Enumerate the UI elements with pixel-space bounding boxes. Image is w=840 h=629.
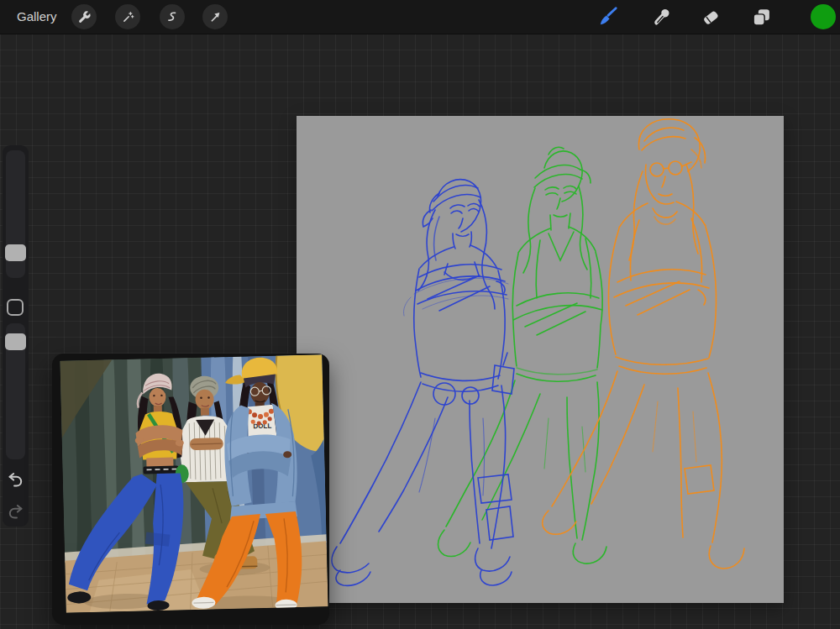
- paint-tool-button[interactable]: [597, 6, 619, 28]
- drawing-canvas[interactable]: [297, 116, 784, 603]
- brush-icon: [597, 6, 619, 28]
- selection-button[interactable]: [160, 4, 185, 29]
- gallery-button[interactable]: Gallery: [12, 0, 62, 34]
- brush-opacity-handle[interactable]: [5, 333, 26, 350]
- brush-size-handle[interactable]: [5, 244, 26, 261]
- selection-s-icon: [165, 10, 180, 24]
- magic-wand-icon: [121, 10, 135, 24]
- smudge-icon: [651, 7, 672, 28]
- color-swatch: [810, 3, 837, 30]
- undo-arrow-icon: [6, 469, 25, 488]
- procreate-app: Gallery: [0, 0, 840, 629]
- eraser-icon: [700, 6, 722, 28]
- modify-button[interactable]: [7, 299, 24, 316]
- layers-icon: [751, 7, 772, 28]
- redo-arrow-icon: [6, 501, 25, 520]
- transform-arrow-icon: [208, 10, 223, 24]
- reference-window[interactable]: DOLL: [52, 354, 329, 625]
- shirt-text: DOLL: [253, 422, 271, 431]
- canvas-container: [297, 116, 784, 603]
- brush-sidebar: [3, 145, 29, 527]
- erase-tool-button[interactable]: [700, 6, 722, 28]
- redo-button[interactable]: [5, 500, 26, 521]
- layers-button[interactable]: [750, 6, 772, 28]
- color-swatch-button[interactable]: [810, 3, 837, 30]
- adjustments-button[interactable]: [115, 4, 140, 29]
- reference-photo: DOLL: [60, 354, 328, 613]
- undo-button[interactable]: [5, 468, 26, 489]
- wrench-icon: [77, 10, 92, 24]
- transform-button[interactable]: [202, 4, 228, 29]
- top-toolbar: Gallery: [0, 0, 840, 34]
- actions-button[interactable]: [71, 4, 97, 29]
- smudge-tool-button[interactable]: [650, 6, 672, 28]
